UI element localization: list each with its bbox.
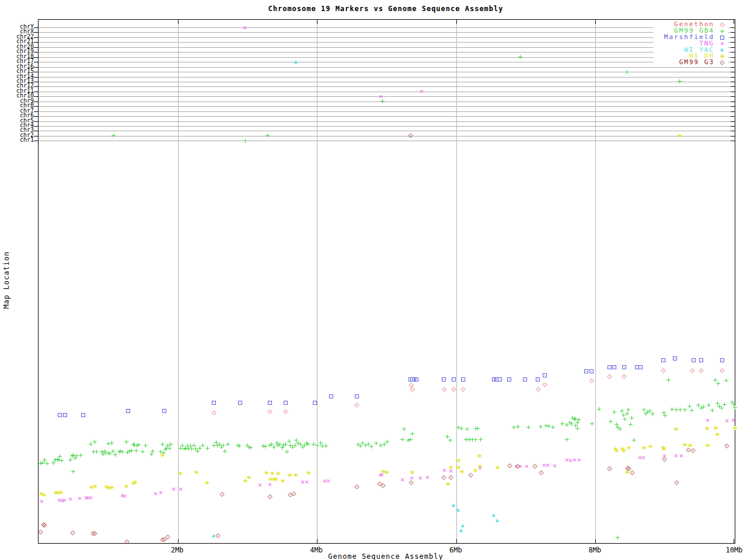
data-point-marker [214, 440, 218, 444]
data-point-marker [212, 401, 216, 405]
data-point-marker [201, 443, 205, 447]
data-point-marker [451, 387, 456, 391]
track-line [39, 32, 735, 33]
y-axis-tick [34, 82, 38, 82]
data-point-marker [630, 416, 634, 420]
y-axis-tick [731, 102, 735, 102]
data-point-marker [186, 444, 190, 448]
data-point-marker [459, 528, 463, 532]
data-point-marker [68, 458, 72, 462]
data-point-marker [270, 442, 274, 446]
data-point-marker [75, 454, 79, 458]
data-point-marker [167, 446, 172, 450]
data-point-marker [322, 478, 327, 484]
track-line [39, 37, 735, 38]
legend-marker-icon [720, 36, 724, 40]
data-point-marker [724, 379, 728, 383]
track-line [39, 106, 735, 107]
data-point-marker [38, 530, 43, 534]
data-point-marker [730, 400, 734, 404]
data-point-marker [476, 426, 480, 430]
y-axis-tick [731, 111, 735, 112]
data-point-marker [238, 401, 242, 405]
data-point-marker [469, 473, 473, 477]
y-axis-tick [34, 106, 38, 107]
data-point-marker [211, 410, 216, 415]
data-point-marker [720, 358, 724, 362]
y-axis-tick [34, 96, 38, 97]
data-point-marker [573, 418, 577, 422]
data-point-marker [572, 457, 578, 463]
data-point-marker [324, 444, 328, 448]
data-point-marker [456, 459, 460, 463]
legend-row: GM99 G3 [654, 60, 728, 66]
data-point-marker [577, 457, 582, 463]
data-point-marker [364, 443, 368, 447]
data-point-marker [733, 405, 737, 410]
legend-marker-icon [714, 53, 728, 60]
gridline-vertical [456, 20, 457, 543]
data-point-marker [196, 449, 200, 453]
data-point-marker [57, 458, 61, 462]
legend-marker-icon [714, 34, 728, 41]
data-point-marker [162, 451, 166, 455]
data-point-marker [468, 438, 472, 442]
track-line [39, 67, 735, 68]
y-axis-tick [731, 62, 735, 62]
data-point-marker [464, 438, 468, 442]
data-point-marker [673, 453, 679, 459]
data-point-marker [410, 377, 414, 382]
data-point-marker [39, 461, 43, 466]
gridline-vertical [317, 20, 317, 543]
data-point-marker [474, 426, 478, 430]
data-point-marker [89, 485, 93, 489]
data-point-marker [294, 473, 298, 477]
y-axis-tick [34, 136, 38, 136]
data-point-marker [441, 475, 446, 480]
data-point-marker [93, 484, 97, 488]
data-point-marker [608, 365, 612, 369]
data-point-marker [268, 443, 272, 447]
data-point-marker [570, 422, 574, 426]
data-point-marker [626, 466, 631, 471]
data-point-marker [280, 446, 284, 450]
data-point-marker [615, 422, 619, 426]
data-point-marker [53, 458, 57, 462]
data-point-marker [412, 377, 416, 382]
data-point-marker [495, 519, 499, 522]
data-point-marker [452, 377, 456, 382]
data-point-marker [539, 425, 543, 429]
data-point-marker [674, 408, 678, 412]
data-point-marker [120, 450, 124, 454]
data-point-marker [565, 438, 569, 442]
data-point-marker [662, 447, 666, 451]
data-point-marker [221, 443, 225, 447]
data-point-marker [270, 471, 274, 475]
data-point-marker [366, 442, 371, 446]
data-point-marker [278, 442, 282, 446]
data-point-marker [163, 447, 167, 452]
data-point-marker [622, 365, 626, 369]
data-point-marker [632, 438, 636, 442]
data-point-marker [536, 377, 540, 382]
data-point-marker [713, 378, 717, 382]
y-axis-tick [34, 86, 38, 87]
data-point-marker [149, 452, 153, 456]
data-point-marker [41, 461, 45, 465]
data-point-marker [135, 443, 139, 447]
data-point-marker [541, 462, 547, 468]
track-line [39, 92, 735, 92]
data-point-marker [470, 438, 474, 442]
x-tick-label: 6Mb [449, 546, 462, 554]
track-line [39, 27, 735, 28]
data-point-marker [216, 533, 221, 538]
data-point-marker [41, 522, 46, 527]
data-point-marker [212, 534, 215, 537]
data-point-marker [159, 450, 163, 454]
data-point-marker [448, 468, 453, 474]
data-point-marker [89, 442, 93, 446]
legend-marker-icon [720, 54, 724, 58]
data-point-marker [620, 447, 624, 451]
data-point-marker [492, 513, 495, 517]
data-point-marker [479, 438, 483, 442]
